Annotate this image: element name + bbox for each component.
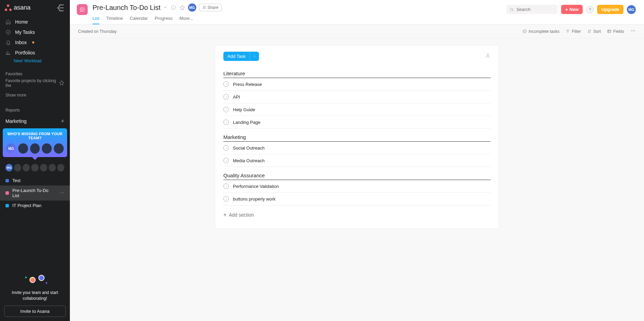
task-name: Help Guide xyxy=(233,107,255,112)
task-name: API xyxy=(233,94,240,100)
tab-progress[interactable]: Progress xyxy=(155,14,173,24)
task-row[interactable]: Media Outreach xyxy=(223,154,491,167)
task-name: Press Release xyxy=(233,82,262,87)
upgrade-button[interactable]: Upgrade xyxy=(597,5,623,14)
incomplete-filter[interactable]: Incomplete tasks xyxy=(522,29,559,34)
task-row[interactable]: buttons properly work xyxy=(223,193,491,205)
asana-logo[interactable]: asana xyxy=(5,4,30,11)
team-members-strip: MG xyxy=(0,160,70,176)
project-color-swatch xyxy=(5,179,9,182)
team-promo-title: WHO'S MISSING FROM YOUR TEAM? xyxy=(6,132,64,140)
section-header[interactable]: Quality Assurance xyxy=(223,167,491,180)
add-section-button[interactable]: + Add section xyxy=(215,205,499,218)
sidebar: asana Home My Tasks Inbox Portfol xyxy=(0,0,70,321)
project-header: Pre-Launch To-Do List MG Share ListTimel… xyxy=(70,0,644,25)
main-area: Pre-Launch To-Do List MG Share ListTimel… xyxy=(70,0,644,321)
project-member-avatar[interactable]: MG xyxy=(188,3,196,12)
invite-text: Invite your team and start collaborating… xyxy=(4,290,66,301)
brand-name: asana xyxy=(14,4,30,11)
task-complete-checkbox[interactable] xyxy=(223,94,229,100)
add-task-dropdown[interactable] xyxy=(250,52,259,61)
home-icon xyxy=(5,19,11,25)
inbox-unread-dot xyxy=(32,41,34,43)
nav-inbox[interactable]: Inbox xyxy=(0,37,70,48)
nav-my-tasks[interactable]: My Tasks xyxy=(0,27,70,37)
task-complete-checkbox[interactable] xyxy=(223,81,229,87)
sidebar-project-item[interactable]: Test xyxy=(0,176,70,185)
task-complete-checkbox[interactable] xyxy=(223,145,229,151)
nav-home[interactable]: Home xyxy=(0,17,70,27)
sidebar-project-item[interactable]: IT Project Plan xyxy=(0,201,70,210)
project-title[interactable]: Pre-Launch To-Do List xyxy=(92,4,161,12)
task-name: Landing Page xyxy=(233,120,260,125)
member-avatar-me[interactable]: MG xyxy=(5,164,13,171)
nav-portfolios[interactable]: Portfolios xyxy=(0,48,70,58)
tab-timeline[interactable]: Timeline xyxy=(106,14,123,24)
team-name: Marketing xyxy=(5,118,26,124)
star-icon[interactable] xyxy=(179,4,185,11)
filter-button[interactable]: Filter xyxy=(566,29,581,34)
promo-avatar-empty xyxy=(42,143,52,154)
promo-avatar-empty xyxy=(54,143,64,154)
svg-point-12 xyxy=(633,30,633,31)
section-header[interactable]: Marketing xyxy=(223,129,491,142)
list-toolbar: Created on Thursday Incomplete tasks Fil… xyxy=(70,25,644,38)
search-input[interactable] xyxy=(517,7,554,12)
fields-button[interactable]: Fields xyxy=(607,29,624,34)
bell-icon xyxy=(5,40,11,45)
team-header[interactable]: Marketing + xyxy=(0,115,70,126)
favorites-show-more[interactable]: Show more xyxy=(0,91,70,100)
nav-workload[interactable]: New! Workload xyxy=(0,58,70,65)
tab-calendar[interactable]: Calendar xyxy=(130,14,148,24)
task-row[interactable]: Social Outreach xyxy=(223,142,491,154)
assignee-icon[interactable] xyxy=(485,53,491,60)
new-label: New xyxy=(570,7,579,12)
add-project-icon[interactable]: + xyxy=(61,118,64,124)
project-color-icon[interactable] xyxy=(77,4,88,15)
team-promo-card[interactable]: WHO'S MISSING FROM YOUR TEAM? MG xyxy=(3,128,67,157)
share-button[interactable]: Share xyxy=(199,4,222,11)
user-avatar[interactable]: MG xyxy=(627,5,636,14)
help-button[interactable]: ? xyxy=(586,6,594,13)
add-task-button[interactable]: Add Task xyxy=(223,52,250,61)
section-header[interactable]: Literature xyxy=(223,65,491,78)
invite-button[interactable]: Invite to Asana xyxy=(4,306,66,317)
chart-bar-icon xyxy=(5,50,11,55)
member-avatar-empty[interactable] xyxy=(57,164,64,171)
toolbar-more-icon[interactable] xyxy=(630,28,636,35)
member-avatar-empty[interactable] xyxy=(23,164,30,171)
task-row[interactable]: API xyxy=(223,91,491,103)
collapse-sidebar-icon[interactable] xyxy=(56,4,65,11)
task-panel: Add Task Literature Press Release API He… xyxy=(215,45,499,229)
created-on-text: Created on Thursday xyxy=(78,29,117,34)
task-row[interactable]: Help Guide xyxy=(223,103,491,116)
task-complete-checkbox[interactable] xyxy=(223,158,229,163)
favorites-header: Favorites xyxy=(0,67,70,78)
member-avatar-empty[interactable] xyxy=(14,164,21,171)
task-complete-checkbox[interactable] xyxy=(223,119,229,125)
project-name: IT Project Plan xyxy=(12,203,41,208)
task-complete-checkbox[interactable] xyxy=(223,107,229,112)
member-avatar-empty[interactable] xyxy=(40,164,47,171)
tab-list[interactable]: List xyxy=(92,14,99,24)
member-avatar-empty[interactable] xyxy=(49,164,56,171)
task-complete-checkbox[interactable] xyxy=(223,183,229,189)
task-row[interactable]: Landing Page xyxy=(223,116,491,129)
title-dropdown-icon[interactable] xyxy=(163,5,168,10)
task-row[interactable]: Performance Validation xyxy=(223,180,491,193)
task-row[interactable]: Press Release xyxy=(223,78,491,91)
sort-button[interactable]: Sort xyxy=(587,29,601,34)
info-icon[interactable] xyxy=(170,4,176,11)
nav-portfolios-label: Portfolios xyxy=(15,50,35,55)
sidebar-project-item[interactable]: Pre-Launch To-Do List xyxy=(0,185,70,201)
svg-point-11 xyxy=(631,30,632,31)
member-avatar-empty[interactable] xyxy=(31,164,38,171)
task-complete-checkbox[interactable] xyxy=(223,196,229,202)
task-name: Media Outreach xyxy=(233,158,265,163)
new-button[interactable]: +New xyxy=(561,5,583,14)
search-box[interactable] xyxy=(506,5,558,14)
svg-point-8 xyxy=(510,8,513,11)
tab-more[interactable]: More... xyxy=(179,14,193,24)
svg-point-14 xyxy=(487,54,488,56)
project-more-icon[interactable] xyxy=(60,190,64,196)
